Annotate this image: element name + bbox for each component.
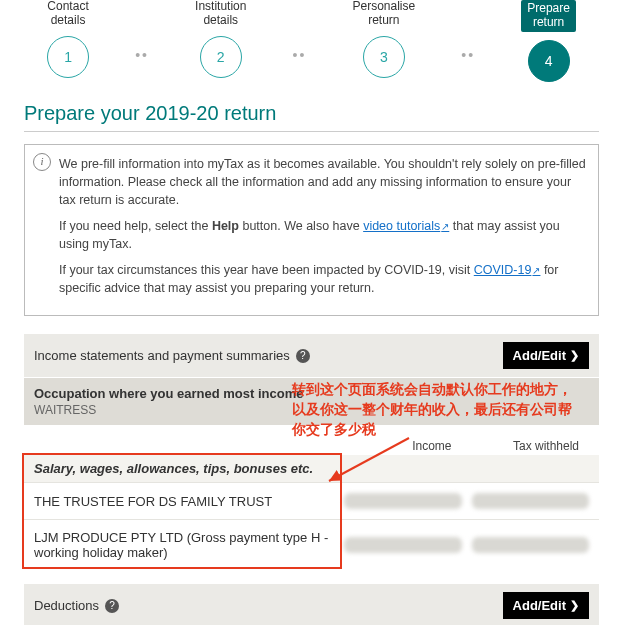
employer-name: LJM PRODUCE PTY LTD (Gross payment type …	[34, 530, 334, 560]
table-row: LJM PRODUCE PTY LTD (Gross payment type …	[24, 519, 599, 570]
step-3-circle: 3	[363, 36, 405, 78]
info-icon: i	[33, 153, 51, 171]
table-row: THE TRUSTEE FOR DS FAMILY TRUST	[24, 482, 599, 519]
income-value-redacted	[344, 537, 462, 553]
income-column-heading: Income	[334, 439, 462, 453]
salary-block: Salary, wages, allowances, tips, bonuses…	[24, 455, 599, 570]
tax-value-redacted	[472, 493, 590, 509]
income-section-bar: Income statements and payment summaries …	[24, 334, 599, 377]
covid-19-link[interactable]: COVID-19↗	[474, 263, 541, 277]
step-dots: ••	[135, 47, 149, 63]
step-4-circle: 4	[528, 40, 570, 82]
video-tutorials-link[interactable]: video tutorials↗	[363, 219, 449, 233]
tax-withheld-column-heading: Tax withheld	[462, 439, 590, 453]
deductions-section-label: Deductions ?	[34, 598, 119, 613]
chevron-right-icon: ❯	[570, 599, 579, 612]
info-paragraph-2: If you need help, select the Help button…	[59, 217, 586, 253]
help-icon[interactable]: ?	[296, 349, 310, 363]
add-edit-deductions-button[interactable]: Add/Edit❯	[503, 592, 589, 619]
income-section-label: Income statements and payment summaries …	[34, 348, 310, 363]
employer-name: THE TRUSTEE FOR DS FAMILY TRUST	[34, 494, 334, 509]
step-2-circle: 2	[200, 36, 242, 78]
step-1[interactable]: Contactdetails 1	[47, 0, 89, 78]
progress-stepper: Contactdetails 1 •• Institutiondetails 2…	[24, 0, 599, 82]
salary-header: Salary, wages, allowances, tips, bonuses…	[24, 455, 599, 482]
step-dots: ••	[461, 47, 475, 63]
add-edit-income-button[interactable]: Add/Edit❯	[503, 342, 589, 369]
page-title: Prepare your 2019-20 return	[24, 102, 599, 132]
annotation-text: 转到这个页面系统会自动默认你工作的地方， 以及你这一整个财年的收入，最后还有公司…	[292, 380, 592, 439]
step-2[interactable]: Institutiondetails 2	[195, 0, 246, 78]
chevron-right-icon: ❯	[570, 349, 579, 362]
step-4[interactable]: Preparereturn 4	[521, 0, 576, 82]
tax-value-redacted	[472, 537, 590, 553]
help-icon[interactable]: ?	[105, 599, 119, 613]
step-dots: ••	[293, 47, 307, 63]
step-1-circle: 1	[47, 36, 89, 78]
info-box: i We pre-fill information into myTax as …	[24, 144, 599, 317]
info-paragraph-3: If your tax circumstances this year have…	[59, 261, 586, 297]
step-3[interactable]: Personalisereturn 3	[352, 0, 415, 78]
deductions-section-bar: Deductions ? Add/Edit❯	[24, 584, 599, 625]
info-paragraph-1: We pre-fill information into myTax as it…	[59, 155, 586, 209]
income-value-redacted	[344, 493, 462, 509]
